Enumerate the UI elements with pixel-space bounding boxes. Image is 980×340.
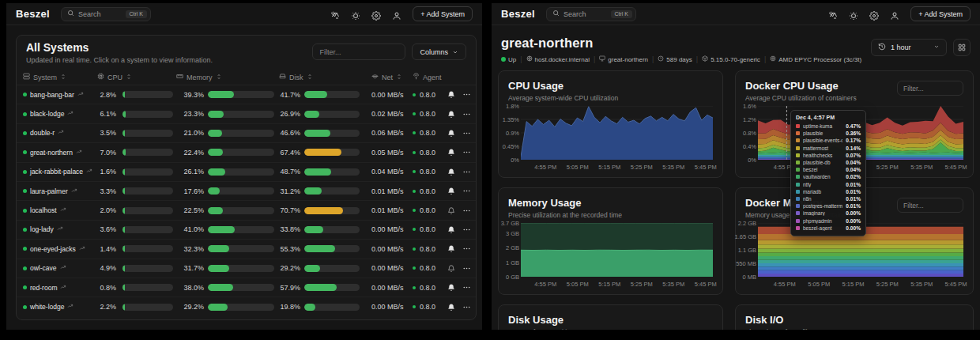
- row-actions-icon[interactable]: [458, 148, 474, 157]
- system-row-bang-bang-bar[interactable]: bang-bang-bar2.8%39.3%41.7%0.00 MB/s0.8.…: [17, 85, 476, 104]
- column-header-system[interactable]: System: [23, 73, 97, 81]
- time-range-select[interactable]: 1 hour: [871, 39, 947, 56]
- system-row-great-northern[interactable]: great-northern7.0%22.4%67.4%0.05 MB/s0.8…: [17, 143, 476, 162]
- column-header-disk[interactable]: Disk: [274, 73, 364, 81]
- alerts-bell-icon[interactable]: [444, 168, 458, 176]
- systems-filter-input[interactable]: [312, 43, 405, 60]
- cpu-value: 3.6%: [97, 225, 116, 233]
- column-header-cpu[interactable]: CPU: [97, 73, 176, 81]
- memory-meter: [208, 187, 274, 195]
- add-system-button[interactable]: + Add System: [413, 6, 473, 21]
- user-icon[interactable]: [392, 9, 401, 19]
- theme-toggle-icon[interactable]: [351, 9, 360, 19]
- card-title: Memory Usage: [508, 197, 622, 209]
- disk-value: 31.2%: [280, 187, 300, 195]
- row-actions-icon[interactable]: [458, 168, 474, 176]
- agent-version: 0.8.0: [413, 303, 444, 311]
- row-actions-icon[interactable]: [458, 187, 474, 195]
- alerts-bell-icon[interactable]: [444, 187, 458, 195]
- disk-value: 48.7%: [280, 168, 300, 176]
- column-header-memory[interactable]: Memory: [176, 73, 274, 81]
- system-name: laura-palmer: [30, 187, 68, 195]
- row-actions-icon[interactable]: [458, 129, 474, 138]
- alerts-bell-icon[interactable]: [444, 110, 458, 119]
- charts-grid: CPU UsageAverage system-wide CPU utiliza…: [498, 70, 974, 330]
- alerts-bell-icon[interactable]: [444, 90, 458, 99]
- container-filter-input[interactable]: [897, 81, 963, 96]
- net-value: 0.02 MB/s: [364, 110, 413, 118]
- row-actions-icon[interactable]: [458, 225, 474, 234]
- container-filter-input[interactable]: [897, 198, 963, 213]
- agent-version: 0.8.0: [413, 187, 444, 195]
- add-system-button[interactable]: + Add System: [910, 6, 971, 21]
- disk-value: 41.7%: [280, 91, 300, 99]
- system-row-black-lodge[interactable]: black-lodge6.1%23.3%26.9%0.02 MB/s0.8.0: [17, 104, 476, 123]
- alerts-bell-icon[interactable]: [444, 225, 458, 234]
- system-name: double-r: [30, 129, 55, 137]
- card-disk_io: Disk I/OThroughput of root filesystem: [735, 304, 974, 330]
- disk-value: 26.9%: [280, 110, 300, 118]
- row-actions-icon[interactable]: [458, 90, 474, 99]
- alerts-bell-icon[interactable]: [444, 244, 458, 253]
- disk-meter: [304, 130, 360, 137]
- y-axis-labels: 1.8%1.35%0.9%0.45%0%: [500, 106, 521, 160]
- cpu-meter: [122, 168, 173, 176]
- cpu-value: 0.8%: [97, 284, 116, 292]
- row-actions-icon[interactable]: [458, 303, 474, 312]
- theme-toggle-icon[interactable]: [849, 9, 858, 19]
- meta-chip: great-northern: [599, 55, 648, 63]
- alerts-bell-icon[interactable]: [444, 148, 458, 157]
- agent-version: 0.8.0: [413, 206, 444, 214]
- alerts-bell-icon[interactable]: [444, 264, 458, 273]
- chart-plot-memory[interactable]: [521, 223, 713, 277]
- search-input[interactable]: Search Ctrl K: [546, 7, 636, 21]
- system-detail: great-northern Up|host.docker.internal|g…: [492, 25, 980, 330]
- meta-chip: 589 days: [658, 55, 692, 63]
- alerts-bell-icon[interactable]: [444, 206, 458, 215]
- column-header-agent: Agent: [413, 73, 444, 81]
- row-actions-icon[interactable]: [458, 206, 474, 215]
- cpu-meter: [122, 265, 173, 272]
- x-axis-labels: 4:55 PM5:05 PM5:15 PM5:25 PM5:35 PM5:45 …: [521, 281, 713, 289]
- system-row-double-r[interactable]: double-r3.5%21.0%46.6%0.06 MB/s0.8.0: [17, 124, 476, 143]
- cpu-value: 2.8%: [97, 91, 116, 99]
- system-row-one-eyed-jacks[interactable]: one-eyed-jacks1.4%32.3%55.3%0.00 MB/s0.8…: [17, 240, 476, 259]
- system-row-localhost[interactable]: localhost2.0%22.5%70.7%0.01 MB/s0.8.0: [17, 201, 476, 220]
- agent-version: 0.8.0: [413, 91, 444, 99]
- brand-logo: Beszel: [16, 8, 50, 20]
- system-row-laura-palmer[interactable]: laura-palmer3.3%17.6%31.2%0.01 MB/s0.8.0: [17, 182, 476, 201]
- user-icon[interactable]: [890, 9, 899, 19]
- memory-value: 32.3%: [183, 245, 204, 253]
- settings-gear-icon[interactable]: [371, 9, 381, 19]
- system-row-red-room[interactable]: red-room0.8%38.0%57.9%0.00 MB/s0.8.0: [17, 278, 476, 297]
- language-icon[interactable]: [828, 9, 838, 19]
- tooltip-entry: postgres-mattermost0.01%: [796, 202, 861, 210]
- row-actions-icon[interactable]: [458, 110, 474, 119]
- alerts-bell-icon[interactable]: [444, 303, 458, 312]
- system-row-log-lady[interactable]: log-lady3.6%41.0%33.8%0.00 MB/s0.8.0: [17, 221, 476, 240]
- left-topbar: Beszel Search Ctrl K + Add System: [6, 3, 482, 25]
- layout-grid-button[interactable]: [953, 39, 971, 56]
- cpu-value: 3.3%: [97, 187, 116, 195]
- system-row-white-lodge[interactable]: white-lodge2.2%29.2%19.8%0.00 MB/s0.8.0: [17, 297, 476, 316]
- y-axis-labels: 1.6%1.2%0.8%0.4%0%: [737, 106, 758, 160]
- search-input[interactable]: Search Ctrl K: [61, 7, 151, 21]
- memory-value: 23.3%: [183, 110, 204, 118]
- row-actions-icon[interactable]: [458, 244, 474, 253]
- alerts-bell-icon[interactable]: [444, 129, 458, 138]
- row-actions-icon[interactable]: [458, 264, 474, 273]
- column-header-net[interactable]: Net: [364, 73, 413, 81]
- alerts-bell-icon[interactable]: [444, 283, 458, 292]
- disk-icon: [279, 73, 286, 81]
- columns-button[interactable]: Columns: [412, 43, 466, 60]
- language-icon[interactable]: [330, 9, 340, 19]
- memory-value: 38.0%: [183, 284, 204, 292]
- tooltip-entry: mattermost0.14%: [796, 145, 861, 152]
- row-actions-icon[interactable]: [458, 283, 474, 292]
- system-row-jack-rabbit-palace[interactable]: jack-rabbit-palace1.6%26.1%48.7%0.04 MB/…: [17, 163, 476, 182]
- settings-gear-icon[interactable]: [869, 9, 879, 19]
- chart-plot-cpu[interactable]: [521, 106, 713, 160]
- system-row-owl-cave[interactable]: owl-cave4.9%31.7%29.2%0.00 MB/s0.8.0: [17, 259, 476, 278]
- disk-value: 70.7%: [280, 206, 300, 214]
- disk-meter: [304, 187, 360, 195]
